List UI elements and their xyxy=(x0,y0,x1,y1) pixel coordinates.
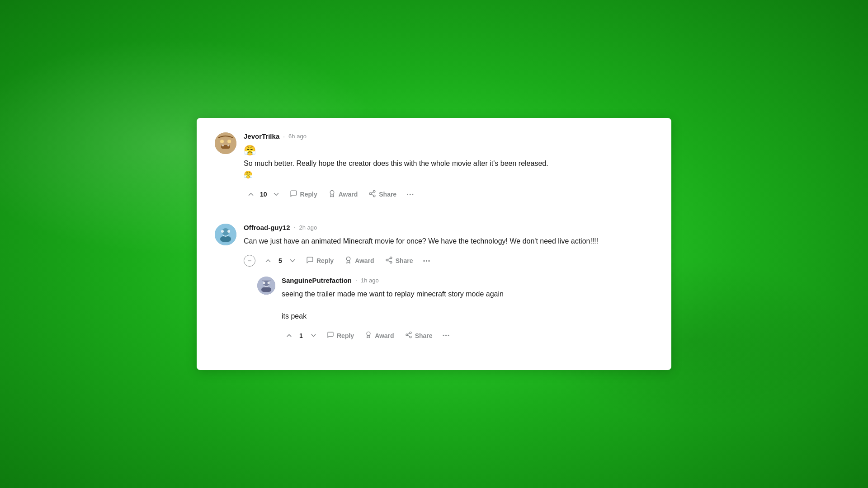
comment-2-share-btn[interactable]: Share xyxy=(381,253,418,268)
svg-point-16 xyxy=(227,230,230,233)
comment-2-reply-label: Reply xyxy=(316,257,334,264)
reply-1-downvote[interactable] xyxy=(306,328,321,343)
comment-1-body: JevorTrilka · 6h ago 😤 So much better. R… xyxy=(244,132,653,202)
reply-1-reply-label: Reply xyxy=(337,332,354,339)
comment-1-dot: · xyxy=(283,133,285,140)
comment-1-username: JevorTrilka xyxy=(244,132,279,140)
comments-card: JevorTrilka · 6h ago 😤 So much better. R… xyxy=(197,118,671,370)
comment-1-timestamp: 6h ago xyxy=(288,133,307,140)
reply-1-award-btn[interactable]: Award xyxy=(360,328,399,343)
comment-1-reply-btn[interactable]: Reply xyxy=(285,187,322,202)
reply-1-dot: · xyxy=(355,277,357,284)
reply-icon xyxy=(290,190,297,199)
comment-2-username: Offroad-guy12 xyxy=(244,224,290,231)
comment-1-downvote[interactable] xyxy=(269,187,283,202)
comment-1: JevorTrilka · 6h ago 😤 So much better. R… xyxy=(215,132,653,202)
reply-icon-3 xyxy=(327,331,334,340)
svg-rect-14 xyxy=(220,236,231,242)
reply-1-vote-count: 1 xyxy=(298,332,304,339)
svg-point-1 xyxy=(220,140,224,143)
award-icon-1 xyxy=(328,190,336,199)
svg-line-10 xyxy=(371,194,373,195)
comment-2: Offroad-guy12 · 2h ago Can we just have … xyxy=(215,215,653,343)
comment-2-vote-count: 5 xyxy=(277,257,283,264)
reply-1-reply-btn[interactable]: Reply xyxy=(322,328,359,343)
svg-line-21 xyxy=(388,260,390,262)
svg-point-2 xyxy=(227,140,231,143)
award-icon-3 xyxy=(365,331,372,340)
avatar-offroad-guy12 xyxy=(215,224,236,245)
comment-1-text: So much better. Really hope the creator … xyxy=(244,158,653,181)
comment-1-header: JevorTrilka · 6h ago xyxy=(244,132,653,140)
share-icon-2 xyxy=(385,256,393,266)
comment-1-share-btn[interactable]: Share xyxy=(364,187,401,202)
comment-2-reply-btn[interactable]: Reply xyxy=(302,253,338,268)
comment-2-text: Can we just have an animated Minecraft m… xyxy=(244,236,653,247)
reply-1-username: SanguinePutrefaction xyxy=(282,277,352,284)
reply-1-share-label: Share xyxy=(415,332,433,339)
comment-2-more-btn[interactable]: ··· xyxy=(420,253,434,268)
comment-2-actions: − 5 Reply Award xyxy=(244,253,653,268)
reply-1: SanguinePutrefaction · 1h ago seeing the… xyxy=(257,277,653,343)
reply-1-timestamp: 1h ago xyxy=(361,277,379,284)
reply-1-share-btn[interactable]: Share xyxy=(401,328,437,343)
share-icon-1 xyxy=(368,190,376,199)
comment-1-award-label: Award xyxy=(339,191,358,198)
comment-2-award-label: Award xyxy=(355,257,374,264)
reply-1-body: SanguinePutrefaction · 1h ago seeing the… xyxy=(282,277,653,343)
svg-line-33 xyxy=(407,335,410,337)
comment-1-share-label: Share xyxy=(379,191,396,198)
svg-point-4 xyxy=(222,145,224,146)
comment-2-upvote[interactable] xyxy=(261,253,275,268)
share-icon-3 xyxy=(405,331,412,340)
reply-1-award-label: Award xyxy=(375,332,394,339)
comment-1-reply-label: Reply xyxy=(300,191,317,198)
comment-2-header: Offroad-guy12 · 2h ago xyxy=(244,224,653,231)
svg-point-5 xyxy=(227,145,229,146)
comment-2-dot: · xyxy=(294,224,296,231)
svg-line-22 xyxy=(388,258,390,259)
svg-point-15 xyxy=(221,230,224,233)
svg-rect-28 xyxy=(262,280,271,281)
award-icon-2 xyxy=(344,256,352,266)
comment-1-emoji-top: 😤 xyxy=(244,145,653,156)
reply-1-text: seeing the trailer made me want to repla… xyxy=(282,289,653,322)
comment-1-more-btn[interactable]: ··· xyxy=(403,187,417,202)
comment-1-upvote[interactable] xyxy=(244,187,258,202)
comment-1-actions: 10 Reply Award xyxy=(244,187,653,202)
reply-icon-2 xyxy=(306,256,314,266)
reply-1-header: SanguinePutrefaction · 1h ago xyxy=(282,277,653,284)
comment-1-award-btn[interactable]: Award xyxy=(324,187,363,202)
comment-2-award-btn[interactable]: Award xyxy=(340,253,379,268)
comment-2-timestamp: 2h ago xyxy=(299,224,317,231)
comment-2-body: Offroad-guy12 · 2h ago Can we just have … xyxy=(244,224,653,343)
avatar-sanguineputrefaction xyxy=(257,277,275,295)
comment-2-collapse-btn[interactable]: − xyxy=(244,255,255,267)
reply-1-upvote[interactable] xyxy=(282,328,296,343)
comment-1-vote-count: 10 xyxy=(260,191,267,198)
comment-2-downvote[interactable] xyxy=(285,253,300,268)
svg-rect-25 xyxy=(261,287,271,292)
comment-2-share-label: Share xyxy=(396,257,413,264)
avatar-jevortrilka xyxy=(215,132,236,154)
reply-1-more-btn[interactable]: ··· xyxy=(439,328,453,343)
svg-line-11 xyxy=(371,192,373,193)
svg-point-26 xyxy=(263,282,265,284)
reply-1-actions: 1 Reply xyxy=(282,328,653,343)
svg-line-34 xyxy=(407,333,410,334)
svg-point-27 xyxy=(268,282,270,284)
